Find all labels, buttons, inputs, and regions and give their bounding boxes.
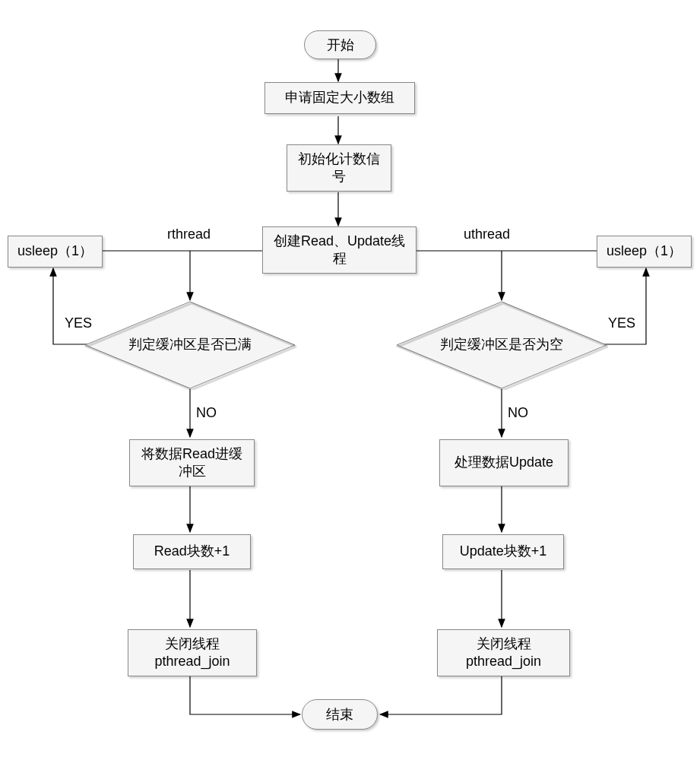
end-terminal: 结束	[302, 699, 378, 730]
close-left-label: 关闭线程pthread_join	[135, 635, 250, 671]
start-terminal: 开始	[304, 30, 376, 59]
usleep-right-label: usleep（1）	[607, 242, 682, 260]
usleep-left-process: usleep（1）	[8, 236, 103, 268]
update-inc-label: Update块数+1	[460, 543, 547, 560]
close-right-process: 关闭线程pthread_join	[437, 629, 570, 676]
usleep-left-label: usleep（1）	[17, 242, 93, 260]
buffer-empty-label: 判定缓冲区是否为空	[440, 336, 563, 353]
read-into-buffer-process: 将数据Read进缓冲区	[129, 439, 255, 486]
read-into-buffer-label: 将数据Read进缓冲区	[136, 445, 248, 481]
close-right-label: 关闭线程pthread_join	[444, 635, 563, 671]
read-inc-label: Read块数+1	[154, 543, 230, 560]
read-inc-process: Read块数+1	[133, 534, 251, 569]
create-threads-process: 创建Read、Update线程	[262, 226, 417, 274]
init-counter-process: 初始化计数信号	[287, 144, 391, 192]
buffer-empty-decision: 判定缓冲区是否为空	[395, 300, 608, 390]
process-update-label: 处理数据Update	[455, 454, 553, 471]
yes-right-label: YES	[608, 315, 635, 331]
process-update-process: 处理数据Update	[439, 439, 569, 486]
rthread-label: rthread	[167, 226, 211, 242]
close-left-process: 关闭线程pthread_join	[128, 629, 257, 676]
alloc-array-process: 申请固定大小数组	[264, 82, 415, 114]
end-label: 结束	[326, 705, 353, 724]
buffer-full-label: 判定缓冲区是否已满	[128, 336, 252, 353]
flowchart-canvas: 开始 申请固定大小数组 初始化计数信号 创建Read、Update线程 usle…	[0, 0, 700, 760]
init-counter-label: 初始化计数信号	[293, 150, 385, 186]
yes-left-label: YES	[65, 315, 92, 331]
start-label: 开始	[327, 36, 354, 54]
uthread-label: uthread	[464, 226, 510, 242]
buffer-full-decision: 判定缓冲区是否已满	[84, 300, 296, 390]
no-right-label: NO	[508, 405, 528, 421]
alloc-array-label: 申请固定大小数组	[285, 89, 394, 106]
no-left-label: NO	[196, 405, 217, 421]
create-threads-label: 创建Read、Update线程	[269, 233, 410, 268]
update-inc-process: Update块数+1	[442, 534, 564, 569]
usleep-right-process: usleep（1）	[597, 236, 692, 268]
